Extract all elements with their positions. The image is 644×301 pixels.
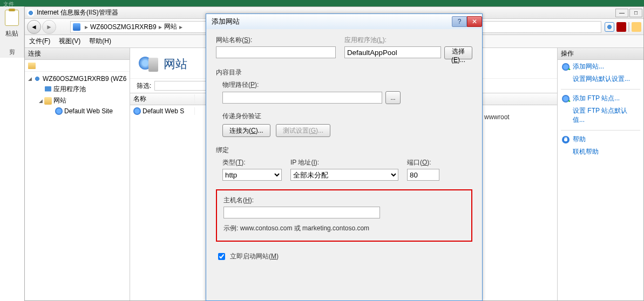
forward-button[interactable]: ► xyxy=(42,20,56,34)
hostname-example: 示例: www.contoso.com 或 marketing.contoso.… xyxy=(223,224,465,233)
ip-label: IP 地址(I): xyxy=(290,158,398,167)
globe-icon xyxy=(133,107,141,115)
action-online-help[interactable]: 联机帮助 xyxy=(558,146,643,160)
sites-heading-icon xyxy=(139,54,158,74)
paste-label: 粘贴 xyxy=(0,29,24,38)
globe-icon xyxy=(55,107,63,115)
folder-icon[interactable] xyxy=(28,63,36,69)
col-name-header[interactable]: 名称 xyxy=(130,94,195,104)
wwwroot-text: wwwroot xyxy=(484,113,510,121)
menu-help[interactable]: 帮助(H) xyxy=(89,37,111,46)
start-immediately-label: 立即启动网站(M) xyxy=(230,252,279,261)
dialog-titlebar[interactable]: 添加网站 ? ✕ xyxy=(206,14,482,29)
menu-view[interactable]: 视图(V) xyxy=(59,37,80,46)
browse-button[interactable]: ... xyxy=(385,91,401,104)
apppool-label: 应用程序池(L): xyxy=(344,36,472,45)
action-set-website-defaults[interactable]: 设置网站默认设置... xyxy=(558,73,643,87)
back-button[interactable]: ◄ xyxy=(27,20,41,34)
binding-group: 绑定 xyxy=(216,146,472,155)
site-name-input[interactable] xyxy=(216,46,336,58)
port-input[interactable] xyxy=(407,169,439,181)
iis-title-text: Internet 信息服务(IIS)管理器 xyxy=(37,8,118,17)
dialog-close-button[interactable]: ✕ xyxy=(467,16,482,27)
dialog-title-text: 添加网站 xyxy=(212,17,240,26)
connections-panel: 连接 ◢ WZ60OSZMG1RXRB9 (WZ6 应用程序池 ◢ 网站 xyxy=(25,48,130,300)
menu-file[interactable]: 文件(F) xyxy=(29,37,50,46)
filter-label: 筛选: xyxy=(137,81,151,91)
breadcrumb-server[interactable]: WZ60OSZMG1RXRB9 xyxy=(90,23,157,31)
iis-app-icon xyxy=(27,9,35,17)
start-immediately-checkbox[interactable] xyxy=(218,253,225,260)
breadcrumb-sites[interactable]: 网站 xyxy=(164,22,177,31)
add-website-icon xyxy=(562,63,570,71)
minimize-button[interactable]: ― xyxy=(615,9,628,17)
server-icon xyxy=(33,75,41,83)
site-name-label: 网站名称(S): xyxy=(216,36,336,45)
paste-panel: 粘贴 剪 xyxy=(0,6,24,58)
hostname-input[interactable] xyxy=(223,207,380,218)
tree-server-node[interactable]: ◢ WZ60OSZMG1RXRB9 (WZ6 xyxy=(27,74,127,84)
connect-as-button[interactable]: 连接为(C)... xyxy=(222,124,270,137)
add-website-dialog: 添加网站 ? ✕ 网站名称(S): 应用程序池(L): 选择(E)... 内容目… xyxy=(206,13,483,301)
home-icon[interactable] xyxy=(632,22,641,32)
action-set-ftp-defaults[interactable]: 设置 FTP 站点默认值... xyxy=(558,105,643,128)
actions-header: 操作 xyxy=(558,48,643,60)
sep-icon xyxy=(628,22,629,32)
hostname-label: 主机名(H): xyxy=(223,196,465,205)
passthrough-auth-label: 传递身份验证 xyxy=(222,112,472,121)
type-select[interactable]: http xyxy=(222,169,282,181)
app-ribbon: 文件 xyxy=(0,0,644,6)
port-label: 端口(O): xyxy=(407,158,439,167)
tree-toolbar xyxy=(25,60,130,72)
refresh-icon[interactable] xyxy=(605,22,614,32)
connections-header: 连接 xyxy=(25,48,130,60)
tree-default-site-node[interactable]: Default Web Site xyxy=(27,106,127,116)
cut-label: 剪 xyxy=(0,48,24,56)
physical-path-label: 物理路径(P): xyxy=(222,80,472,90)
help-icon: ? xyxy=(562,136,570,143)
page-title: 网站 xyxy=(164,56,187,72)
clipboard-icon[interactable] xyxy=(5,10,19,26)
action-add-website[interactable]: 添加网站... xyxy=(558,60,643,73)
stop-icon[interactable] xyxy=(616,22,626,32)
content-dir-group: 内容目录 xyxy=(216,68,472,77)
ip-select[interactable]: 全部未分配 xyxy=(290,169,398,181)
apppool-input[interactable] xyxy=(344,46,441,58)
type-label: 类型(T): xyxy=(222,158,282,167)
action-add-ftp[interactable]: 添加 FTP 站点... xyxy=(558,92,643,105)
apppool-icon xyxy=(44,86,52,93)
connection-tree: ◢ WZ60OSZMG1RXRB9 (WZ6 应用程序池 ◢ 网站 Defaul… xyxy=(25,72,130,118)
physical-path-input[interactable] xyxy=(222,92,382,104)
add-ftp-icon xyxy=(562,95,570,102)
sites-folder-icon xyxy=(44,97,52,105)
tree-sites-node[interactable]: ◢ 网站 xyxy=(27,95,127,106)
tree-apppools-node[interactable]: 应用程序池 xyxy=(27,84,127,95)
actions-panel: 操作 添加网站... 设置网站默认设置... 添加 FTP 站点... 设置 F… xyxy=(557,48,643,300)
dialog-help-button[interactable]: ? xyxy=(452,16,467,27)
action-help[interactable]: ? 帮助 xyxy=(558,133,643,146)
maximize-button[interactable]: □ xyxy=(629,9,642,17)
select-apppool-button[interactable]: 选择(E)... xyxy=(444,46,472,59)
hostname-highlight: 主机名(H): 示例: www.contoso.com 或 marketing.… xyxy=(216,189,472,242)
test-settings-button: 测试设置(G)... xyxy=(276,124,330,137)
breadcrumb-root-icon xyxy=(73,23,80,31)
